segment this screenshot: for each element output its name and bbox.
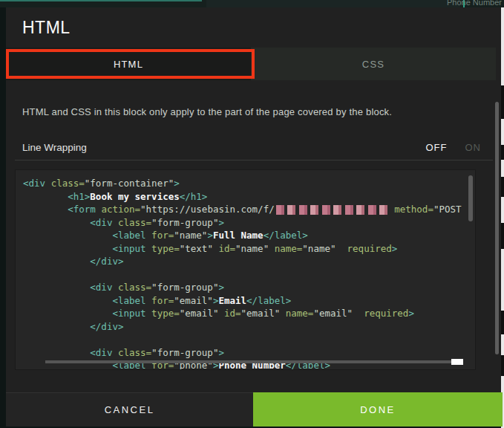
code-token: "POST — [433, 204, 462, 215]
code-line: <div class="form-group"> — [23, 281, 465, 294]
code-token: > — [174, 178, 180, 189]
background-teal-line — [0, 0, 202, 1]
code-token: id= — [224, 308, 241, 319]
code-token: "text" — [180, 243, 213, 254]
code-token: "name" — [235, 243, 269, 254]
code-token: "form-group" — [151, 217, 218, 228]
code-token: "https://usebasin.com/f/ — [140, 204, 275, 215]
code-token: <div — [90, 217, 112, 228]
code-token: required — [347, 243, 392, 254]
code-token — [146, 230, 152, 241]
code-token: > — [218, 282, 224, 293]
code-token: "email" — [174, 295, 213, 306]
code-token — [218, 308, 224, 319]
code-token: </div> — [90, 256, 123, 267]
line-wrapping-toggle: OFF ON — [426, 142, 482, 153]
line-wrapping-on-option[interactable]: ON — [465, 142, 482, 153]
code-line: <label for="name">Full Name</label> — [23, 229, 465, 242]
code-token: <h1> — [68, 191, 90, 202]
code-token: class= — [51, 178, 85, 189]
code-token: </label> — [264, 230, 308, 241]
code-line — [23, 268, 465, 282]
code-token: > — [218, 217, 224, 228]
code-token: "email" — [180, 308, 219, 319]
code-token: type= — [151, 308, 180, 319]
code-token — [112, 282, 118, 293]
code-line: <div class="form-group"> — [23, 216, 465, 230]
tab-bar: HTML CSS — [6, 48, 496, 80]
code-token: > — [408, 308, 414, 319]
code-token — [146, 308, 152, 319]
code-token: class= — [118, 347, 151, 358]
done-button[interactable]: DONE — [253, 392, 503, 427]
background-phone-number-label: Phone Number — [447, 0, 502, 7]
code-token — [269, 243, 275, 254]
code-token: id= — [218, 243, 235, 254]
line-wrapping-label: Line Wrapping — [22, 142, 87, 153]
code-token: </h1> — [180, 191, 208, 202]
code-token: required — [364, 308, 408, 319]
code-token — [112, 217, 118, 228]
code-line: <div class="form-container"> — [23, 177, 465, 190]
code-token — [23, 308, 112, 319]
code-token — [23, 295, 112, 306]
cancel-button[interactable]: CANCEL — [6, 392, 253, 427]
code-token — [146, 243, 152, 254]
code-token: "email" — [241, 308, 281, 319]
code-line: <input type="email" id="email" name="ema… — [23, 307, 465, 320]
code-token — [280, 308, 286, 319]
code-token: "form-group" — [151, 347, 218, 358]
code-token — [23, 347, 90, 358]
code-token — [112, 347, 118, 358]
code-line: </div> — [23, 320, 465, 334]
tab-html[interactable]: HTML — [6, 48, 251, 80]
code-token: <div — [90, 347, 112, 358]
code-token: Full Name — [213, 230, 264, 241]
code-token: </div> — [90, 321, 123, 332]
tab-css[interactable]: CSS — [251, 48, 496, 80]
code-token: <input — [112, 243, 145, 254]
code-block-dialog: HTML HTML CSS HTML and CSS in this block… — [6, 7, 501, 427]
line-wrapping-off-option[interactable]: OFF — [426, 142, 448, 153]
code-area[interactable]: <div class="form-container"> <h1>Book my… — [23, 177, 465, 369]
code-line: <label for="email">Email</label> — [23, 294, 465, 308]
background-panel-edge — [206, 0, 460, 7]
cancel-button-label: CANCEL — [105, 404, 155, 415]
code-token — [336, 243, 347, 254]
code-token: "name" — [174, 230, 207, 241]
code-token: "form-group" — [151, 282, 218, 293]
code-line: </div> — [23, 255, 465, 268]
done-button-label: DONE — [360, 404, 396, 415]
code-editor[interactable]: <div class="form-container"> <h1>Book my… — [15, 169, 476, 370]
code-token: <label — [112, 295, 145, 306]
code-token — [23, 243, 112, 254]
tab-css-label: CSS — [362, 59, 384, 70]
code-token: > — [392, 243, 398, 254]
code-token: for= — [151, 230, 174, 241]
code-token: "name" — [302, 243, 336, 254]
background-page-right-edge — [501, 7, 504, 428]
code-token: <label — [112, 230, 145, 241]
code-token: class= — [118, 217, 151, 228]
code-token: method= — [394, 204, 433, 215]
code-token: for= — [151, 295, 174, 306]
dialog-scrollbar-thumb[interactable] — [495, 102, 499, 354]
code-token — [23, 204, 68, 215]
editor-horizontal-scrollbar-track[interactable] — [45, 360, 459, 363]
code-token — [23, 256, 90, 267]
code-token — [45, 178, 51, 189]
code-line: <div class="form-group"> — [23, 346, 465, 360]
code-token: </label> — [246, 295, 291, 306]
code-token — [23, 191, 68, 202]
code-token: > — [207, 230, 213, 241]
code-line — [23, 333, 465, 346]
code-token: <input — [112, 308, 145, 319]
line-wrapping-row: Line Wrapping OFF ON — [22, 140, 481, 155]
editor-horizontal-scrollbar-thumb[interactable] — [451, 359, 463, 365]
block-description: HTML and CSS in this block only apply to… — [22, 106, 482, 117]
editor-vertical-scrollbar-thumb[interactable] — [468, 175, 473, 221]
code-token — [23, 230, 112, 241]
code-token: <div — [23, 178, 45, 189]
code-line: <input type="text" id="name" name="name"… — [23, 242, 465, 256]
code-token — [23, 282, 90, 293]
